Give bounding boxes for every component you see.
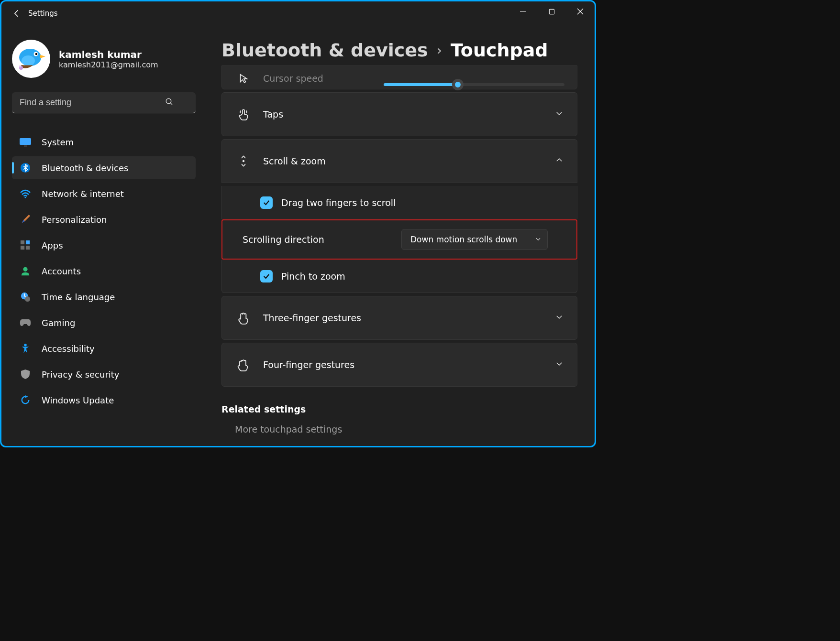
nav-bluetooth-devices[interactable]: Bluetooth & devices xyxy=(12,156,196,179)
row-label: Pinch to zoom xyxy=(281,271,345,282)
maximize-icon xyxy=(549,9,555,15)
scrolling-direction-dropdown[interactable]: Down motion scrolls down xyxy=(401,229,548,250)
svg-rect-13 xyxy=(20,138,31,145)
maximize-button[interactable] xyxy=(537,1,566,22)
nav-accounts[interactable]: Accounts xyxy=(12,260,196,282)
avatar-bird-icon xyxy=(14,42,48,76)
svg-point-11 xyxy=(166,98,171,104)
nav-privacy-security[interactable]: Privacy & security xyxy=(12,363,196,386)
svg-rect-1 xyxy=(549,9,554,14)
breadcrumb-parent[interactable]: Bluetooth & devices xyxy=(221,40,428,61)
panel-title: Cursor speed xyxy=(263,73,323,84)
nav-gaming[interactable]: Gaming xyxy=(12,311,196,334)
chevron-down-icon xyxy=(535,235,542,244)
row-label: Drag two fingers to scroll xyxy=(281,197,396,208)
nav-label: Windows Update xyxy=(42,395,114,405)
nav-system[interactable]: System xyxy=(12,130,196,153)
sidebar: kamlesh kumar kamlesh2011@gmail.com Syst… xyxy=(1,25,207,446)
panel-four-finger[interactable]: Four-finger gestures xyxy=(221,343,577,387)
chevron-right-icon: › xyxy=(437,43,442,58)
row-label: Scrolling direction xyxy=(243,234,324,245)
panel-cursor-speed[interactable]: Cursor speed xyxy=(221,65,577,89)
nav-label: Bluetooth & devices xyxy=(42,163,128,173)
profile-block[interactable]: kamlesh kumar kamlesh2011@gmail.com xyxy=(12,40,197,78)
svg-point-23 xyxy=(25,296,30,302)
svg-point-16 xyxy=(24,196,26,198)
profile-name: kamlesh kumar xyxy=(59,49,158,60)
checkbox-drag-two-fingers[interactable] xyxy=(260,196,273,209)
nav-label: Personalization xyxy=(42,215,107,225)
slider-fill xyxy=(384,83,458,86)
search-box xyxy=(12,92,197,113)
scroll-zoom-icon xyxy=(235,153,252,169)
settings-window: Settings xyxy=(0,0,596,447)
cursor-speed-slider[interactable] xyxy=(384,83,564,86)
svg-rect-17 xyxy=(21,240,24,244)
chevron-down-icon xyxy=(555,313,564,323)
more-touchpad-settings[interactable]: More touchpad settings xyxy=(221,424,577,435)
wifi-icon xyxy=(20,188,31,199)
panels: Cursor speed Taps xyxy=(221,65,577,387)
panel-three-finger[interactable]: Three-finger gestures xyxy=(221,296,577,340)
chevron-up-icon xyxy=(555,156,564,166)
checkbox-pinch-to-zoom[interactable] xyxy=(260,270,273,282)
nav-label: Apps xyxy=(42,240,63,250)
svg-point-24 xyxy=(24,344,27,347)
back-arrow-icon xyxy=(12,9,22,18)
svg-rect-18 xyxy=(26,240,30,244)
check-icon xyxy=(263,199,270,206)
nav-time-language[interactable]: Time & language xyxy=(12,285,196,308)
person-icon xyxy=(20,265,31,277)
nav-windows-update[interactable]: Windows Update xyxy=(12,389,196,412)
chevron-down-icon xyxy=(555,109,564,120)
search-icon xyxy=(165,98,174,108)
svg-rect-20 xyxy=(26,246,30,250)
svg-rect-14 xyxy=(24,145,27,147)
nav-label: System xyxy=(42,137,74,147)
svg-point-21 xyxy=(23,267,27,272)
breadcrumb-current: Touchpad xyxy=(451,40,548,61)
window-controls xyxy=(508,1,595,22)
gamepad-icon xyxy=(20,317,31,328)
svg-rect-19 xyxy=(21,246,24,250)
chevron-down-icon xyxy=(555,359,564,370)
shield-icon xyxy=(20,369,31,380)
row-scrolling-direction: Scrolling direction Down motion scrolls … xyxy=(221,219,577,260)
nav: System Bluetooth & devices Network & int… xyxy=(12,130,197,412)
nav-accessibility[interactable]: Accessibility xyxy=(12,337,196,360)
panel-title: Taps xyxy=(263,109,283,120)
svg-point-25 xyxy=(243,160,244,162)
nav-label: Privacy & security xyxy=(42,369,120,380)
panel-title: Scroll & zoom xyxy=(263,156,326,166)
row-pinch-to-zoom[interactable]: Pinch to zoom xyxy=(221,260,577,293)
nav-label: Network & internet xyxy=(42,189,124,199)
close-button[interactable] xyxy=(566,1,595,22)
minimize-icon xyxy=(519,8,526,15)
four-finger-icon xyxy=(235,357,252,373)
paintbrush-icon xyxy=(20,214,31,225)
nav-label: Time & language xyxy=(42,292,115,302)
system-icon xyxy=(20,136,31,148)
dropdown-value: Down motion scrolls down xyxy=(410,235,517,244)
scroll-zoom-sublist: Drag two fingers to scroll Scrolling dir… xyxy=(221,186,577,293)
nav-network[interactable]: Network & internet xyxy=(12,182,196,205)
row-drag-two-fingers[interactable]: Drag two fingers to scroll xyxy=(221,186,577,219)
nav-apps[interactable]: Apps xyxy=(12,234,196,257)
svg-point-10 xyxy=(19,65,21,67)
panel-scroll-zoom[interactable]: Scroll & zoom xyxy=(221,139,577,183)
nav-personalization[interactable]: Personalization xyxy=(12,208,196,231)
back-button[interactable] xyxy=(6,3,27,24)
titlebar: Settings xyxy=(1,1,595,25)
avatar xyxy=(12,40,50,78)
app-title: Settings xyxy=(28,9,58,18)
apps-icon xyxy=(20,239,31,251)
panel-taps[interactable]: Taps xyxy=(221,92,577,136)
slider-thumb[interactable] xyxy=(452,79,464,90)
svg-point-8 xyxy=(35,53,38,55)
nav-label: Accessibility xyxy=(42,344,95,354)
accessibility-icon xyxy=(20,343,31,354)
svg-line-12 xyxy=(170,103,172,105)
svg-point-6 xyxy=(22,55,35,66)
panel-title: Three-finger gestures xyxy=(263,313,361,323)
minimize-button[interactable] xyxy=(508,1,537,22)
